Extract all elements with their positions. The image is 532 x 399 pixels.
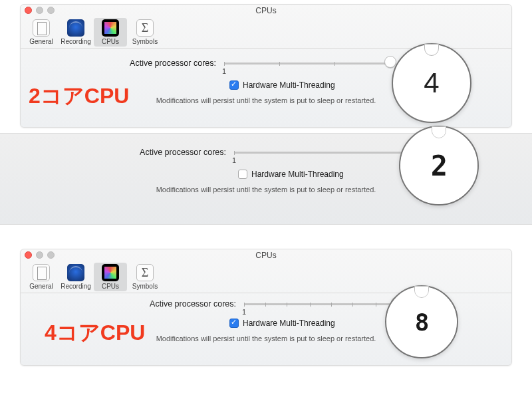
slider-thumb[interactable] [384, 56, 396, 68]
device-icon [33, 264, 50, 281]
hmt-checkbox[interactable] [229, 319, 239, 328]
slider-track [224, 63, 390, 65]
zoom-value: 2 [431, 150, 447, 182]
hmt-label: Hardware Multi-Threading [251, 170, 344, 179]
slider-tick [224, 62, 225, 66]
cores-slider[interactable]: 1 [234, 147, 420, 158]
recording-icon [67, 19, 84, 37]
slider-tick [234, 151, 235, 155]
slider-tick [310, 303, 311, 307]
slider-track [234, 152, 420, 154]
annotation-4core: 4コアCPU [45, 319, 145, 348]
hmt-checkbox[interactable] [238, 170, 247, 179]
cpus-icon [102, 19, 119, 37]
slider-thumb-icon [414, 286, 429, 298]
cores-label: Active processor cores: [37, 59, 216, 68]
sigma-icon [136, 19, 154, 37]
slider-tick [279, 62, 280, 66]
slider-min-label: 1 [222, 67, 226, 75]
cores-slider[interactable]: 1 [224, 58, 390, 68]
device-icon [33, 19, 50, 37]
cores-slider[interactable]: 1 [244, 299, 397, 309]
traffic-lights [25, 7, 55, 14]
close-button[interactable] [25, 7, 32, 14]
hmt-checkbox[interactable] [229, 80, 239, 90]
cpus-panel-mid: Active processor cores: 1 Hardware Multi… [0, 133, 532, 225]
hmt-label: Hardware Multi-Threading [243, 319, 335, 328]
slider-min-label: 1 [242, 308, 246, 316]
tab-cpus[interactable]: CPUs [94, 263, 127, 291]
tab-cpus[interactable]: CPUs [94, 18, 127, 47]
window-titlebar: CPUs [21, 5, 511, 17]
tab-recording[interactable]: Recording [59, 263, 92, 291]
hmt-label: Hardware Multi-Threading [243, 80, 335, 90]
slider-tick [244, 303, 245, 307]
slider-thumb-icon [432, 126, 446, 138]
zoom-button[interactable] [47, 7, 55, 14]
cores-label: Active processor cores: [27, 148, 226, 157]
window-titlebar: CPUs [21, 249, 511, 261]
minimize-button[interactable] [36, 7, 43, 14]
zoom-button[interactable] [47, 251, 55, 259]
instruments-cpus-window-4core: CPUs General Recording CPUs Symbols Acti… [20, 249, 512, 366]
slider-tick [331, 303, 332, 307]
zoom-value: 8 [415, 309, 429, 336]
cpus-icon [102, 264, 119, 281]
traffic-lights [25, 251, 55, 259]
zoom-lens-top: 4 [392, 43, 471, 123]
slider-min-label: 1 [232, 156, 236, 164]
tab-general[interactable]: General [25, 18, 58, 47]
annotation-2core: 2コアCPU [29, 82, 129, 111]
slider-tick [287, 303, 287, 307]
zoom-lens-bot: 8 [385, 285, 458, 358]
minimize-button[interactable] [36, 251, 43, 259]
cores-label: Active processor cores: [37, 299, 236, 309]
sigma-icon [136, 264, 154, 281]
zoom-lens-mid: 2 [399, 126, 479, 205]
tab-general[interactable]: General [25, 263, 58, 291]
recording-icon [67, 264, 84, 281]
instruments-cpus-window-2core: CPUs General Recording CPUs Symbols Acti… [20, 4, 512, 128]
slider-tick [376, 303, 376, 307]
zoom-value: 4 [424, 67, 439, 99]
slider-tick [265, 303, 266, 307]
slider-thumb-icon [424, 44, 439, 56]
tab-recording[interactable]: Recording [59, 18, 92, 47]
close-button[interactable] [25, 251, 32, 259]
tab-symbols[interactable]: Symbols [128, 18, 162, 47]
slider-tick [334, 62, 334, 66]
window-title: CPUs [255, 6, 276, 15]
slider-tick [352, 303, 353, 307]
slider-track [244, 303, 397, 305]
tab-symbols[interactable]: Symbols [128, 263, 162, 291]
window-title: CPUs [255, 251, 276, 260]
